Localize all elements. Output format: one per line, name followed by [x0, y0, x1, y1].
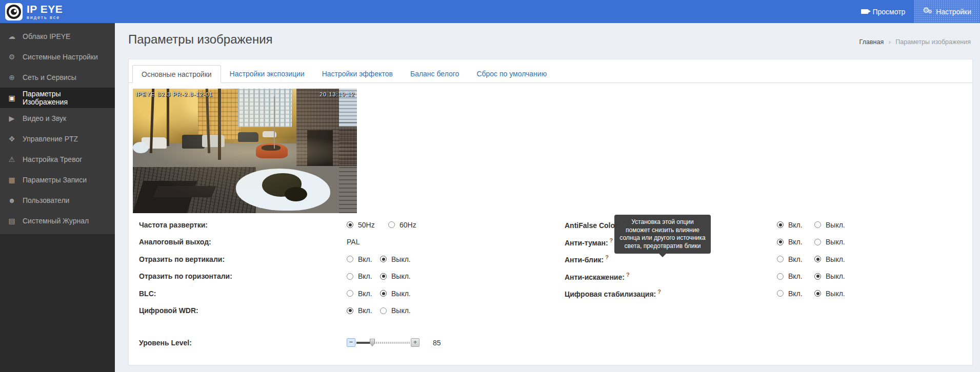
digital-wdr-option-1[interactable]: Выкл. [380, 306, 413, 315]
record-icon: ▦ [7, 176, 16, 184]
radio-option-label: Вкл. [788, 272, 803, 280]
anti-distortion-radio-off[interactable] [814, 273, 821, 280]
tab-reset-defaults[interactable]: Сброс по умолчанию [468, 65, 555, 83]
sidebar-item-system-settings[interactable]: ⚙Системные Настройки [0, 47, 115, 67]
digital-wdr-radio-off[interactable] [380, 307, 387, 314]
sidebar-item-cloud[interactable]: ☁Облако IPEYE [0, 26, 115, 47]
sidebar-item-label: Видео и Звук [23, 114, 66, 122]
breadcrumb-home[interactable]: Главная [859, 38, 884, 46]
flip-horizontal-radio-on[interactable] [347, 273, 353, 280]
scan-frequency-option-0[interactable]: 50Hz [347, 221, 388, 229]
sidebar-item-video-audio[interactable]: ▶Видео и Звук [0, 108, 115, 129]
sidebar-item-network-services[interactable]: ⊕Сеть и Сервисы [0, 67, 115, 88]
preview-sun-glow [133, 89, 357, 213]
digital-stabilization-option-1[interactable]: Выкл. [814, 290, 852, 298]
help-question-mark[interactable]: ? [610, 237, 613, 243]
gear-glyph: ⚙ [928, 9, 932, 14]
antifalse-color-option-0[interactable]: Вкл. [777, 221, 814, 229]
anti-fog-option-1[interactable]: Выкл. [814, 238, 852, 246]
row-label-text: Цифровая стабилизация: [565, 290, 656, 298]
row-digital-stabilization: Цифровая стабилизация:?Вкл.Выкл. [565, 285, 852, 302]
scan-frequency-radio-on[interactable] [347, 221, 353, 228]
antifalse-color-radio-off[interactable] [814, 221, 821, 228]
antifalse-color-option-1[interactable]: Выкл. [814, 221, 852, 229]
anti-fog-radio-off[interactable] [814, 239, 821, 245]
level-slider-increment-button[interactable]: + [411, 338, 419, 347]
tab-white-balance[interactable]: Баланс белого [402, 65, 468, 83]
ptz-move-icon: ✥ [7, 135, 16, 143]
sidebar-item-label: Сеть и Сервисы [23, 73, 76, 81]
digital-stabilization-radio-on[interactable] [777, 290, 784, 297]
flip-vertical-option-0[interactable]: Вкл. [347, 255, 380, 263]
content: Параметры изображения Главная › Параметр… [115, 23, 980, 372]
header-nav-settings[interactable]: ⚙⚙Настройки [914, 0, 980, 23]
header-nav-label: Просмотр [872, 8, 905, 16]
analog-output-value: PAL [347, 238, 359, 246]
sidebar-item-alarms[interactable]: ⚠Настройка Тревог [0, 149, 115, 170]
help-question-mark[interactable]: ? [626, 272, 630, 278]
anti-fog-option-0[interactable]: Вкл. [777, 238, 814, 246]
sidebar-item-label: Облако IPEYE [23, 32, 70, 40]
blc-option-1[interactable]: Выкл. [380, 290, 413, 298]
tab-effects[interactable]: Настройки эффектов [313, 65, 402, 83]
anti-distortion-radio-on[interactable] [777, 273, 784, 280]
breadcrumb-separator: › [889, 38, 891, 46]
logo-tagline: видеть все [27, 15, 63, 20]
row-label-level: Уровень Level: [139, 339, 347, 347]
tab-main[interactable]: Основные настройки [132, 65, 221, 83]
anti-glare-radio-on[interactable] [777, 256, 784, 262]
scan-frequency-option-1[interactable]: 60Hz [388, 221, 422, 229]
digital-stabilization-radio-off[interactable] [814, 290, 821, 297]
video-camera-icon [861, 9, 868, 14]
sidebar: ☁Облако IPEYE⚙Системные Настройки⊕Сеть и… [0, 23, 115, 372]
eye-glint [14, 10, 16, 12]
scan-frequency-radio-off[interactable] [388, 221, 395, 228]
level-slider-decrement-button[interactable]: − [347, 338, 355, 347]
radio-option-label: Выкл. [391, 306, 411, 315]
digital-wdr-radio-on[interactable] [347, 307, 353, 314]
sidebar-item-syslog[interactable]: ▤Системный Журнал [0, 211, 115, 231]
settings-card: Основные настройкиНастройки экспозицииНа… [128, 59, 973, 365]
level-slider-thumb[interactable] [370, 339, 375, 346]
digital-stabilization-option-0[interactable]: Вкл. [777, 290, 814, 298]
flip-vertical-option-1[interactable]: Выкл. [380, 255, 413, 263]
row-label-analog-output: Аналоговый выход: [139, 238, 347, 246]
tab-exposure[interactable]: Настройки экспозиции [221, 65, 313, 83]
sidebar-item-ptz[interactable]: ✥Управление PTZ [0, 129, 115, 149]
blc-radio-off[interactable] [380, 290, 387, 297]
anti-distortion-option-1[interactable]: Выкл. [814, 272, 852, 280]
anti-distortion-option-0[interactable]: Вкл. [777, 272, 814, 280]
sidebar-item-image-params[interactable]: ▣Параметры Изображения [0, 88, 115, 108]
flip-horizontal-option-1[interactable]: Выкл. [380, 272, 413, 280]
antifalse-color-radio-on[interactable] [777, 221, 784, 228]
help-question-mark[interactable]: ? [657, 288, 661, 295]
radio-option-label: Вкл. [788, 221, 803, 229]
preview-overlay-title: IPEYE B2.3 PR-2.8-12-01 [136, 91, 213, 97]
row-analog-output: Аналоговый выход:PAL [139, 234, 441, 251]
blc-radio-on[interactable] [347, 290, 353, 297]
help-tooltip: Установка этой опции поможет снизить вли… [614, 215, 711, 254]
sidebar-menu: ☁Облако IPEYE⚙Системные Настройки⊕Сеть и… [0, 23, 115, 234]
level-slider-track[interactable] [356, 338, 410, 347]
row-scan-frequency: Частота развертки:50Hz60Hz [139, 216, 441, 234]
radio-option-label: Выкл. [826, 272, 845, 280]
sidebar-item-record-params[interactable]: ▦Параметры Записи [0, 170, 115, 190]
digital-wdr-option-0[interactable]: Вкл. [347, 306, 380, 315]
header-nav-view[interactable]: Просмотр [852, 0, 914, 23]
flip-vertical-radio-off[interactable] [380, 256, 387, 262]
level-value: 85 [433, 339, 441, 347]
flip-horizontal-radio-off[interactable] [380, 273, 387, 280]
flip-horizontal-option-0[interactable]: Вкл. [347, 272, 380, 280]
anti-glare-option-1[interactable]: Выкл. [814, 255, 852, 263]
anti-fog-radio-on[interactable] [777, 239, 784, 245]
level-slider-rest [372, 342, 410, 344]
row-label-text: Цифровой WDR: [139, 306, 198, 315]
anti-glare-radio-off[interactable] [814, 256, 821, 262]
journal-icon: ▤ [7, 217, 16, 225]
sidebar-item-users[interactable]: ☻Пользователи [0, 190, 115, 211]
header-nav: Просмотр⚙⚙Настройки [852, 0, 980, 23]
flip-vertical-radio-on[interactable] [347, 256, 353, 262]
help-question-mark[interactable]: ? [605, 254, 609, 260]
anti-glare-option-0[interactable]: Вкл. [777, 255, 814, 263]
blc-option-0[interactable]: Вкл. [347, 290, 380, 298]
